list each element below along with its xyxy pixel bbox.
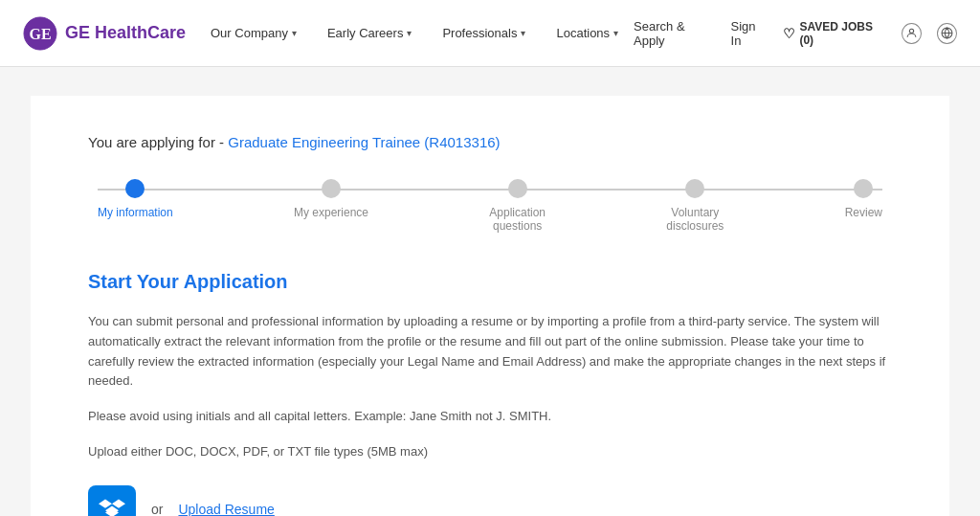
or-label: or <box>151 502 163 516</box>
description-1: You can submit personal and professional… <box>88 312 892 392</box>
description-3: Upload either DOC, DOCX, PDF, or TXT fil… <box>88 442 892 462</box>
step-label-3: Applicationquestions <box>489 206 546 233</box>
search-apply-link[interactable]: Search & Apply <box>634 19 715 48</box>
step-label-2: My experience <box>294 206 368 219</box>
steps-row: My information My experience Application… <box>98 179 882 233</box>
step-label-1: My information <box>98 206 173 219</box>
main-nav: Our Company ▾ Early Careers ▾ Profession… <box>195 0 634 67</box>
step-dot-3 <box>508 179 527 198</box>
logo-area: GE GE HealthCare <box>23 16 195 51</box>
step-my-experience: My experience <box>294 179 368 233</box>
upload-area: or Upload Resume <box>88 485 892 516</box>
section-title: Start Your Application <box>88 271 892 293</box>
nav-item-early-careers[interactable]: Early Careers ▾ <box>312 0 427 67</box>
applying-prefix: You are applying for - <box>88 134 224 150</box>
step-dot-1 <box>125 179 145 198</box>
nav-item-locations[interactable]: Locations ▾ <box>541 0 634 67</box>
svg-point-2 <box>909 29 913 33</box>
step-dot-4 <box>685 179 704 198</box>
chevron-down-icon: ▾ <box>407 28 412 38</box>
step-label-4: Voluntarydisclosures <box>666 206 724 233</box>
ge-logo-icon: GE <box>23 16 57 51</box>
user-icon[interactable] <box>902 23 922 44</box>
chevron-down-icon: ▾ <box>292 28 297 38</box>
sign-in-link[interactable]: Sign In <box>731 19 768 48</box>
upload-resume-link[interactable]: Upload Resume <box>178 502 274 516</box>
nav-item-our-company[interactable]: Our Company ▾ <box>195 0 312 67</box>
chevron-down-icon: ▾ <box>521 28 525 38</box>
description-2: Please avoid using initials and all capi… <box>88 407 892 427</box>
saved-jobs-button[interactable]: ♡ SAVED JOBS (0) <box>783 20 885 47</box>
heart-icon: ♡ <box>783 26 795 41</box>
applying-for-section: You are applying for - Graduate Engineer… <box>88 134 892 150</box>
svg-marker-4 <box>99 499 112 507</box>
globe-icon[interactable] <box>937 23 957 44</box>
step-voluntary-disclosures: Voluntarydisclosures <box>666 179 724 233</box>
chevron-down-icon: ▾ <box>613 28 618 38</box>
step-dot-2 <box>322 179 341 198</box>
header-right: Search & Apply Sign In ♡ SAVED JOBS (0) <box>634 19 957 48</box>
job-title-link[interactable]: Graduate Engineering Trainee (R4013316) <box>228 134 500 150</box>
dropbox-icon <box>99 496 125 516</box>
svg-marker-5 <box>112 499 125 507</box>
dropbox-button[interactable] <box>88 485 136 516</box>
step-my-information: My information <box>98 179 173 233</box>
step-label-5: Review <box>845 206 882 219</box>
progress-steps: My information My experience Application… <box>88 179 892 233</box>
svg-text:GE: GE <box>29 26 51 42</box>
nav-item-professionals[interactable]: Professionals ▾ <box>427 0 541 67</box>
main-content: You are applying for - Graduate Engineer… <box>31 96 949 516</box>
header: GE GE HealthCare Our Company ▾ Early Car… <box>0 0 980 67</box>
step-review: Review <box>845 179 882 233</box>
logo-text: GE HealthCare <box>65 23 186 43</box>
step-application-questions: Applicationquestions <box>489 179 546 233</box>
step-dot-5 <box>854 179 873 198</box>
